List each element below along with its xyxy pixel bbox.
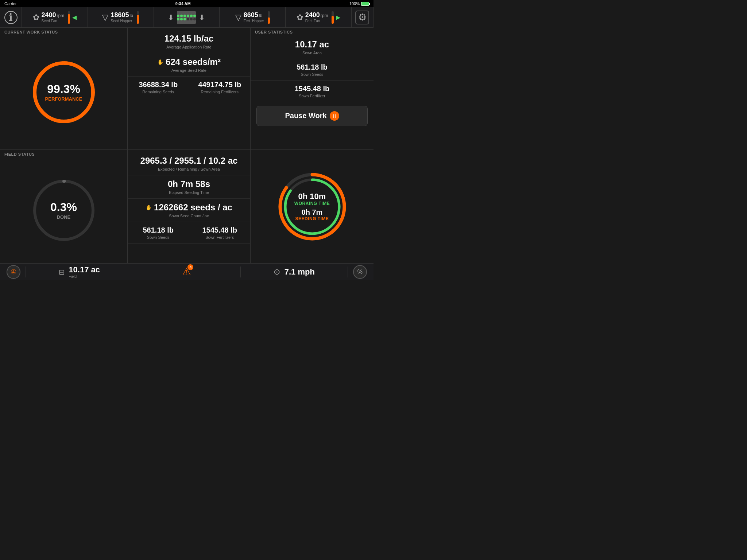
battery-area: 100% — [349, 1, 369, 6]
hopper-icon: ▽ — [102, 13, 108, 22]
nav-settings-button[interactable]: ⚙ — [352, 7, 374, 27]
seed-disc-visual: ⬇ — [168, 11, 205, 24]
field-sown-fertilizers-label: Sown Fertilizers — [205, 235, 234, 240]
fert-hopper-unit: lb — [259, 13, 262, 18]
remaining-stats-row: 36688.34 lb Remaining Seeds 449174.75 lb… — [128, 77, 250, 98]
seed-fan-data: 2400 rpm Seed Fan — [42, 12, 65, 23]
fert-fan-icon: ✿ — [297, 13, 303, 22]
nav-seed-fan: ✿ 2400 rpm Seed Fan ◀ — [22, 7, 88, 27]
working-time-label: WORKING TIME — [285, 201, 340, 206]
pause-work-button[interactable]: Pause Work ⏸ — [256, 106, 368, 126]
seed-disc-container — [177, 11, 196, 24]
seed-hopper-fill — [137, 15, 139, 24]
fert-hopper-level — [268, 11, 270, 24]
fan-icon: ✿ — [33, 13, 39, 22]
elapsed-time-cell: 0h 7m 58s Elapsed Seeding Time — [128, 175, 250, 199]
alert-badge: ⚠ 4 — [182, 266, 191, 278]
avg-seed-rate-cell: ✋ 624 seeds/m² Average Seed Rate — [128, 53, 250, 77]
sown-seed-count-label: Sown Seed Count / ac — [169, 214, 209, 218]
bottom-bar: ④ ⊟ 10.17 ac Field ⚠ 4 ⊙ 7.1 mph % — [0, 263, 374, 280]
field-sown-seeds-cell: 561.18 lb Sown Seeds — [128, 222, 189, 243]
bottom-divider-3 — [240, 267, 241, 277]
user-sown-fertilizer-cell: 1545.48 lb Sown Fertilizer — [251, 81, 374, 102]
seed-disc-shape — [177, 11, 196, 24]
avg-app-rate-label: Average Application Rate — [166, 45, 211, 49]
expected-remaining-sown-value: 2965.3 / 2955.1 / 10.2 ac — [140, 156, 238, 166]
bottom-field-button[interactable]: ④ — [4, 265, 23, 279]
fert-fan-level — [332, 11, 334, 24]
seeding-time-label: SEEDING TIME — [285, 216, 340, 221]
seed-hopper-label: Seed Hopper — [111, 19, 132, 23]
nav-seed-hopper: ▽ 18605 lb Seed Hopper — [88, 7, 154, 27]
field-sown-fertilizers-cell: 1545.48 lb Sown Fertilizers — [189, 222, 251, 243]
fert-hopper-label: Fert. Hopper — [244, 19, 264, 23]
nav-fert-hopper: ▽ 8605 lb Fert. Hopper — [220, 7, 286, 27]
performance-gauge: 99.3% PERFORMANCE — [31, 59, 97, 125]
user-sown-fertilizer-value: 1545.48 lb — [295, 84, 330, 93]
field-done-label: DONE — [50, 214, 77, 219]
avg-seed-rate-value: 624 seeds/m² — [166, 57, 221, 67]
working-time-value: 0h 10m — [285, 192, 340, 201]
seed-hopper-value: 18605 — [111, 12, 129, 19]
nav-info-button[interactable]: ℹ — [0, 7, 22, 27]
remaining-seeds-cell: 36688.34 lb Remaining Seeds — [128, 77, 189, 98]
fert-hopper-data: 8605 lb Fert. Hopper — [244, 12, 264, 23]
status-bar: Carrier 9:34 AM 100% — [0, 0, 374, 7]
expected-remaining-sown-label: Expected / Remaining / Sown Area — [158, 167, 220, 171]
panel-user-statistics: USER STATISTICS 10.17 ac Sown Area 561.1… — [251, 28, 374, 150]
field-sown-seeds-value: 561.18 lb — [143, 226, 174, 234]
hand-icon-seed: ✋ — [157, 59, 163, 65]
user-sown-seeds-cell: 561.18 lb Sown Seeds — [251, 59, 374, 81]
bottom-field-label: Field — [69, 275, 100, 279]
seed-hopper-level — [137, 11, 139, 24]
field-gauge-container: 0.3% DONE — [0, 158, 127, 262]
alert-count: 4 — [187, 264, 193, 270]
info-icon: ℹ — [4, 11, 18, 24]
avg-app-rate-cell: 124.15 lb/ac Average Application Rate — [128, 30, 250, 53]
field-status-header: FIELD STATUS — [0, 150, 127, 158]
sown-seed-count-with-icon: ✋ 1262662 seeds / ac — [146, 202, 232, 213]
seed-hopper-unit: lb — [130, 13, 133, 18]
bottom-speed-area: ⊙ 7.1 mph — [244, 267, 345, 277]
panel-work-stats: 124.15 lb/ac Average Application Rate ✋ … — [128, 28, 251, 150]
field-meter-icon: ⊟ — [59, 268, 65, 276]
time-gauge-container: 0h 10m WORKING TIME 0h 7m SEEDING TIME — [251, 150, 374, 263]
sown-area-cell: 10.17 ac Sown Area — [251, 36, 374, 59]
bottom-field-value: 10.17 ac — [69, 265, 100, 275]
avg-seed-rate-with-icon: ✋ 624 seeds/m² — [157, 57, 221, 67]
field-sown-seeds-label: Sown Seeds — [147, 235, 170, 240]
field-circle-icon: ④ — [7, 265, 20, 279]
performance-gauge-container: 99.3% PERFORMANCE — [0, 36, 127, 149]
time-gauge-text: 0h 10m WORKING TIME 0h 7m SEEDING TIME — [285, 192, 340, 221]
fert-hopper-value: 8605 — [244, 12, 258, 19]
settings-icon: ⚙ — [355, 11, 369, 24]
fert-hopper-fill — [268, 18, 270, 24]
nav-seed-disc: ⬇ — [154, 7, 220, 27]
arrow-down-icon2: ⬇ — [199, 13, 205, 22]
seeding-time-value: 0h 7m — [285, 208, 340, 216]
panel-time-gauge: 0h 10m WORKING TIME 0h 7m SEEDING TIME — [251, 150, 374, 263]
percent-icon: % — [357, 269, 363, 275]
fert-fan-rpm: 2400 — [305, 12, 320, 19]
bottom-percent-button[interactable]: % — [351, 265, 369, 279]
seed-hopper-data: 18605 lb Seed Hopper — [111, 12, 133, 23]
bottom-alert-area[interactable]: ⚠ 4 — [136, 266, 237, 278]
fert-fan-arrow: ▶ — [336, 14, 340, 21]
avg-seed-rate-label: Average Seed Rate — [171, 68, 206, 73]
bottom-field-data: 10.17 ac Field — [69, 265, 100, 279]
seed-fan-level — [68, 11, 70, 24]
fert-fan-unit: rpm — [321, 13, 328, 18]
fert-fan-fill — [332, 16, 334, 23]
panel-field-gauge: FIELD STATUS 0.3% DONE — [0, 150, 128, 263]
seed-fan-rpm: 2400 — [42, 12, 56, 19]
sown-area-label: Sown Area — [302, 51, 322, 55]
performance-gauge-text: 99.3% PERFORMANCE — [45, 83, 82, 102]
speedometer-icon: ⊙ — [274, 267, 280, 277]
main-content: CURRENT WORK STATUS 99.3% PERFORMANCE 12… — [0, 28, 374, 263]
field-gauge: 0.3% DONE — [31, 178, 97, 243]
hand-icon-sown: ✋ — [146, 205, 152, 210]
seed-fan-arrow: ◀ — [72, 14, 77, 21]
seed-fan-fill — [68, 14, 70, 24]
bottom-divider-1 — [26, 267, 26, 277]
field-sown-fertilizers-value: 1545.48 lb — [202, 226, 237, 234]
